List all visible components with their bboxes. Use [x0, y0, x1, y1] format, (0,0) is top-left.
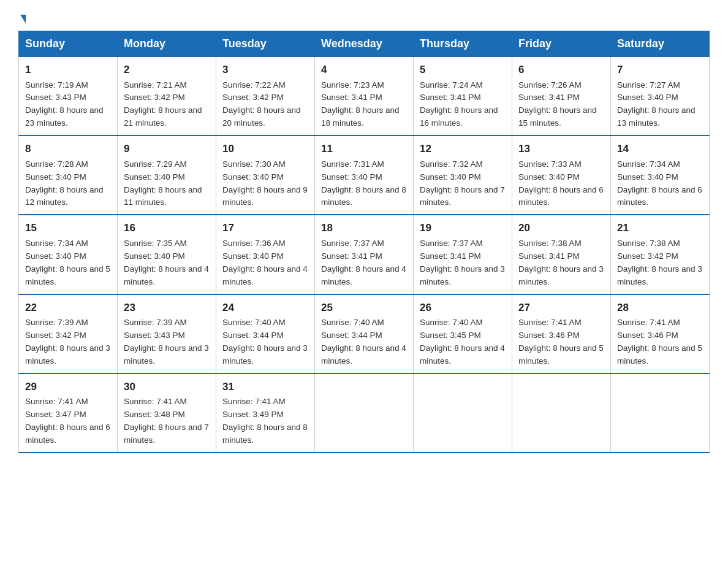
day-number: 31 [222, 379, 308, 395]
day-number: 11 [321, 141, 407, 157]
day-info: Sunrise: 7:41 AMSunset: 3:48 PMDaylight:… [124, 396, 210, 447]
day-info: Sunrise: 7:26 AMSunset: 3:41 PMDaylight:… [518, 79, 604, 131]
calendar-cell: 6 Sunrise: 7:26 AMSunset: 3:41 PMDayligh… [512, 57, 611, 136]
day-info: Sunrise: 7:37 AMSunset: 3:41 PMDaylight:… [321, 237, 407, 289]
day-info: Sunrise: 7:39 AMSunset: 3:43 PMDaylight:… [124, 316, 210, 368]
day-info: Sunrise: 7:24 AMSunset: 3:41 PMDaylight:… [420, 79, 506, 131]
logo-arrow-icon [20, 15, 26, 23]
day-number: 8 [25, 141, 111, 157]
day-info: Sunrise: 7:34 AMSunset: 3:40 PMDaylight:… [617, 158, 703, 210]
day-number: 26 [420, 300, 506, 316]
calendar-cell: 9 Sunrise: 7:29 AMSunset: 3:40 PMDayligh… [118, 136, 216, 215]
header-friday: Friday [512, 31, 611, 57]
week-row-1: 1 Sunrise: 7:19 AMSunset: 3:43 PMDayligh… [19, 57, 710, 136]
day-info: Sunrise: 7:28 AMSunset: 3:40 PMDaylight:… [25, 158, 111, 210]
day-info: Sunrise: 7:40 AMSunset: 3:44 PMDaylight:… [321, 316, 407, 368]
calendar-cell: 29 Sunrise: 7:41 AMSunset: 3:47 PMDaylig… [19, 373, 118, 453]
day-info: Sunrise: 7:38 AMSunset: 3:41 PMDaylight:… [518, 237, 604, 289]
calendar-cell: 24 Sunrise: 7:40 AMSunset: 3:44 PMDaylig… [216, 294, 315, 373]
calendar-cell: 21 Sunrise: 7:38 AMSunset: 3:42 PMDaylig… [611, 215, 710, 294]
day-number: 30 [124, 379, 210, 395]
week-row-3: 15 Sunrise: 7:34 AMSunset: 3:40 PMDaylig… [19, 215, 710, 294]
day-number: 21 [617, 220, 703, 236]
calendar-cell: 16 Sunrise: 7:35 AMSunset: 3:40 PMDaylig… [118, 215, 216, 294]
day-number: 18 [321, 220, 407, 236]
day-info: Sunrise: 7:41 AMSunset: 3:49 PMDaylight:… [222, 396, 308, 447]
calendar-cell [611, 373, 710, 453]
calendar-cell: 17 Sunrise: 7:36 AMSunset: 3:40 PMDaylig… [216, 215, 315, 294]
day-info: Sunrise: 7:40 AMSunset: 3:44 PMDaylight:… [222, 316, 308, 368]
day-number: 15 [25, 220, 111, 236]
day-info: Sunrise: 7:41 AMSunset: 3:46 PMDaylight:… [518, 316, 604, 368]
day-info: Sunrise: 7:19 AMSunset: 3:43 PMDaylight:… [25, 79, 111, 131]
calendar-cell [315, 373, 414, 453]
week-row-5: 29 Sunrise: 7:41 AMSunset: 3:47 PMDaylig… [19, 373, 710, 453]
day-number: 9 [124, 141, 210, 157]
day-info: Sunrise: 7:36 AMSunset: 3:40 PMDaylight:… [222, 237, 308, 289]
calendar-cell: 18 Sunrise: 7:37 AMSunset: 3:41 PMDaylig… [315, 215, 414, 294]
calendar-cell: 31 Sunrise: 7:41 AMSunset: 3:49 PMDaylig… [216, 373, 315, 453]
page-header [18, 12, 710, 21]
calendar-cell: 25 Sunrise: 7:40 AMSunset: 3:44 PMDaylig… [315, 294, 414, 373]
day-number: 5 [420, 62, 506, 78]
header-tuesday: Tuesday [216, 31, 315, 57]
calendar-cell: 22 Sunrise: 7:39 AMSunset: 3:42 PMDaylig… [19, 294, 118, 373]
day-number: 25 [321, 300, 407, 316]
week-row-2: 8 Sunrise: 7:28 AMSunset: 3:40 PMDayligh… [19, 136, 710, 215]
calendar-cell: 11 Sunrise: 7:31 AMSunset: 3:40 PMDaylig… [315, 136, 414, 215]
calendar-cell: 30 Sunrise: 7:41 AMSunset: 3:48 PMDaylig… [118, 373, 216, 453]
calendar-cell: 15 Sunrise: 7:34 AMSunset: 3:40 PMDaylig… [19, 215, 118, 294]
header-saturday: Saturday [611, 31, 710, 57]
days-header-row: SundayMondayTuesdayWednesdayThursdayFrid… [19, 31, 710, 57]
day-info: Sunrise: 7:39 AMSunset: 3:42 PMDaylight:… [25, 316, 111, 368]
calendar-cell: 23 Sunrise: 7:39 AMSunset: 3:43 PMDaylig… [118, 294, 216, 373]
day-number: 6 [518, 62, 604, 78]
day-number: 13 [518, 141, 604, 157]
day-info: Sunrise: 7:40 AMSunset: 3:45 PMDaylight:… [420, 316, 506, 368]
calendar-cell: 13 Sunrise: 7:33 AMSunset: 3:40 PMDaylig… [512, 136, 611, 215]
day-number: 27 [518, 300, 604, 316]
calendar-cell: 7 Sunrise: 7:27 AMSunset: 3:40 PMDayligh… [611, 57, 710, 136]
day-number: 20 [518, 220, 604, 236]
day-number: 19 [420, 220, 506, 236]
day-number: 14 [617, 141, 703, 157]
calendar-cell: 19 Sunrise: 7:37 AMSunset: 3:41 PMDaylig… [414, 215, 512, 294]
header-monday: Monday [118, 31, 216, 57]
day-info: Sunrise: 7:30 AMSunset: 3:40 PMDaylight:… [222, 158, 308, 210]
header-wednesday: Wednesday [315, 31, 414, 57]
day-number: 16 [124, 220, 210, 236]
day-number: 17 [222, 220, 308, 236]
day-info: Sunrise: 7:22 AMSunset: 3:42 PMDaylight:… [222, 79, 308, 131]
calendar-cell [414, 373, 512, 453]
calendar-cell [512, 373, 611, 453]
calendar-cell: 26 Sunrise: 7:40 AMSunset: 3:45 PMDaylig… [414, 294, 512, 373]
calendar-cell: 4 Sunrise: 7:23 AMSunset: 3:41 PMDayligh… [315, 57, 414, 136]
day-number: 10 [222, 141, 308, 157]
day-number: 2 [124, 62, 210, 78]
calendar-cell: 12 Sunrise: 7:32 AMSunset: 3:40 PMDaylig… [414, 136, 512, 215]
calendar-cell: 3 Sunrise: 7:22 AMSunset: 3:42 PMDayligh… [216, 57, 315, 136]
day-number: 7 [617, 62, 703, 78]
day-number: 1 [25, 62, 111, 78]
day-info: Sunrise: 7:38 AMSunset: 3:42 PMDaylight:… [617, 237, 703, 289]
day-info: Sunrise: 7:41 AMSunset: 3:47 PMDaylight:… [25, 396, 111, 447]
day-info: Sunrise: 7:21 AMSunset: 3:42 PMDaylight:… [124, 79, 210, 131]
day-info: Sunrise: 7:27 AMSunset: 3:40 PMDaylight:… [617, 79, 703, 131]
day-number: 29 [25, 379, 111, 395]
calendar-table: SundayMondayTuesdayWednesdayThursdayFrid… [18, 31, 710, 453]
day-number: 3 [222, 62, 308, 78]
calendar-cell: 14 Sunrise: 7:34 AMSunset: 3:40 PMDaylig… [611, 136, 710, 215]
calendar-cell: 10 Sunrise: 7:30 AMSunset: 3:40 PMDaylig… [216, 136, 315, 215]
day-info: Sunrise: 7:32 AMSunset: 3:40 PMDaylight:… [420, 158, 506, 210]
header-sunday: Sunday [19, 31, 118, 57]
day-info: Sunrise: 7:23 AMSunset: 3:41 PMDaylight:… [321, 79, 407, 131]
calendar-cell: 20 Sunrise: 7:38 AMSunset: 3:41 PMDaylig… [512, 215, 611, 294]
day-number: 4 [321, 62, 407, 78]
day-info: Sunrise: 7:35 AMSunset: 3:40 PMDaylight:… [124, 237, 210, 289]
day-number: 28 [617, 300, 703, 316]
day-info: Sunrise: 7:41 AMSunset: 3:46 PMDaylight:… [617, 316, 703, 368]
day-number: 22 [25, 300, 111, 316]
day-info: Sunrise: 7:37 AMSunset: 3:41 PMDaylight:… [420, 237, 506, 289]
calendar-cell: 2 Sunrise: 7:21 AMSunset: 3:42 PMDayligh… [118, 57, 216, 136]
header-thursday: Thursday [414, 31, 512, 57]
